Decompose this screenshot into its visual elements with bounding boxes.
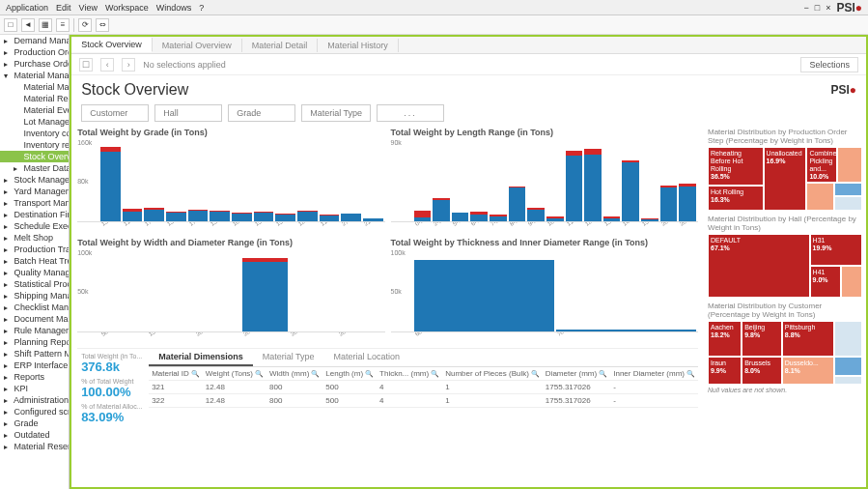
search-icon[interactable]: 🔍 (191, 370, 200, 377)
tree-item[interactable]: ▸ Production Tracking (0, 244, 69, 255)
table-tab[interactable]: Material Location (324, 349, 410, 366)
tab[interactable]: Stock Overview (71, 38, 153, 52)
menu-windows[interactable]: Windows (156, 3, 192, 13)
bar[interactable] (297, 211, 318, 221)
bar[interactable] (622, 160, 639, 221)
bar[interactable] (341, 214, 361, 221)
minimize-icon[interactable]: − (803, 3, 808, 13)
bar[interactable] (210, 211, 230, 221)
table-header[interactable]: Material ID🔍 (149, 367, 203, 381)
tree-item[interactable]: ▸ Rule Management (0, 325, 69, 336)
bar[interactable] (188, 210, 209, 221)
tree-item[interactable]: ▸ Configured screens (0, 406, 69, 417)
tree-item[interactable]: ▸ Administration (0, 394, 69, 406)
treemap-cell[interactable] (834, 357, 862, 376)
tab[interactable]: Material Overview (153, 39, 242, 52)
bar[interactable] (641, 218, 658, 221)
tree-item[interactable]: ▸ Quality Management (0, 267, 69, 278)
bar[interactable] (320, 215, 340, 221)
search-icon[interactable]: 🔍 (599, 370, 607, 377)
treemap-cell[interactable]: Hot Rolling16.3% (708, 186, 764, 211)
bar[interactable] (100, 147, 121, 221)
table-header[interactable]: Width (mm)🔍 (266, 367, 322, 381)
tree-item[interactable]: ▸ ERP Interface Control (0, 360, 69, 371)
bar[interactable] (275, 214, 295, 221)
treemap-cell[interactable] (841, 266, 862, 298)
treemap-cell[interactable]: Pittsburgh8.8% (782, 321, 834, 357)
tree-item[interactable]: ▸ Destination Finding (0, 209, 69, 220)
close-icon[interactable]: × (826, 3, 830, 13)
menu-view[interactable]: View (79, 3, 98, 13)
tree-item[interactable]: Inventory counting (0, 128, 69, 139)
table-header[interactable]: Length (m)🔍 (322, 367, 377, 381)
tree-item[interactable]: ▸ Transport Management (0, 197, 69, 209)
bars-button[interactable]: ≡ (56, 18, 70, 32)
tree-item[interactable]: ▸ KPI (0, 383, 69, 394)
bar[interactable] (452, 213, 469, 221)
tree-item[interactable]: Inventory reconciliation (0, 139, 69, 151)
back-button[interactable]: ◄ (21, 18, 35, 32)
tree-item[interactable]: ▸ Material Reservation (0, 441, 69, 452)
tree-item[interactable]: ▸ Checklist Management (0, 302, 69, 313)
tree-item[interactable]: ▸ Demand Manager (0, 35, 69, 46)
tree-item[interactable]: ▸ Stock Management (0, 174, 69, 186)
search-icon[interactable]: 🔍 (531, 370, 540, 377)
table-header[interactable]: Diameter (mm)🔍 (543, 367, 610, 381)
bar[interactable] (242, 258, 288, 331)
treemap-cell[interactable] (834, 321, 862, 357)
tree-item[interactable]: ▸ Schedule Execution Management (0, 220, 69, 232)
filter-pill[interactable]: Customer (81, 104, 149, 122)
bar[interactable] (584, 149, 602, 221)
treemap-cell[interactable] (834, 183, 862, 197)
forward-icon[interactable]: › (122, 58, 135, 72)
search-icon[interactable]: 🔍 (255, 370, 264, 377)
treemap-cell[interactable]: Reheating Before Hot Rolling36.5% (708, 147, 764, 186)
bar[interactable] (556, 330, 696, 331)
back-icon[interactable]: ‹ (100, 58, 114, 72)
treemap-cell[interactable] (837, 147, 862, 183)
bar[interactable] (232, 213, 252, 221)
table-row[interactable]: 32212.48800500411755.317026- (149, 394, 698, 408)
bar[interactable] (660, 186, 678, 221)
bar[interactable] (679, 184, 696, 221)
treemap-cell[interactable]: H419.0% (810, 266, 841, 298)
grid-button[interactable]: ▦ (39, 18, 52, 32)
table-header[interactable]: Thickn... (mm)🔍 (377, 367, 442, 381)
table-header[interactable]: Number of Pieces (Bulk)🔍 (442, 367, 543, 381)
bar[interactable] (490, 215, 507, 221)
bar[interactable] (144, 208, 164, 221)
bar[interactable] (433, 198, 450, 221)
treemap-cell[interactable]: Beijing9.8% (742, 321, 782, 357)
new-button[interactable]: □ (4, 18, 17, 32)
menu-edit[interactable]: Edit (56, 3, 71, 13)
menu-?[interactable]: ? (199, 3, 204, 13)
treemap-cell[interactable]: Aachen18.2% (708, 321, 742, 357)
treemap-cell[interactable] (806, 183, 834, 211)
link-button[interactable]: ⇔ (96, 18, 109, 32)
tree-item[interactable]: ▸ Purchase Order (0, 58, 69, 70)
bar[interactable] (527, 208, 545, 221)
treemap-cell[interactable]: Iraun9.9% (708, 357, 742, 385)
maximize-icon[interactable]: □ (815, 3, 820, 13)
selections-button[interactable]: Selections (800, 57, 858, 72)
treemap-cell[interactable] (834, 376, 862, 385)
bar[interactable] (363, 218, 383, 221)
tree-item[interactable]: ▸ Production Order (0, 46, 69, 58)
tree-item[interactable]: ▸ Batch Heat Treatment (0, 255, 69, 267)
tree-item[interactable]: ▸ Master Data (0, 162, 69, 174)
bar[interactable] (414, 260, 554, 331)
tree-item[interactable]: Lot Management (0, 116, 69, 128)
tree-item[interactable]: ▸ Grade (0, 417, 69, 429)
treemap-cell[interactable]: Brussels8.0% (742, 357, 782, 385)
tree-item[interactable]: ▸ Reports (0, 371, 69, 383)
tree-item[interactable]: ▸ Melt Shop (0, 232, 69, 244)
menu-application[interactable]: Application (6, 3, 48, 13)
filter-pill[interactable]: Grade (228, 104, 295, 122)
treemap-cell[interactable]: Dusseldo...8.1% (782, 357, 834, 385)
filter-pill[interactable]: Hall (154, 104, 222, 122)
search-icon[interactable]: 🔍 (686, 370, 695, 377)
table-tab[interactable]: Material Type (253, 349, 324, 366)
treemap-cell[interactable]: H3119.9% (810, 234, 862, 266)
menu-workspace[interactable]: Workspace (105, 3, 149, 13)
refresh-button[interactable]: ⟳ (78, 18, 92, 32)
